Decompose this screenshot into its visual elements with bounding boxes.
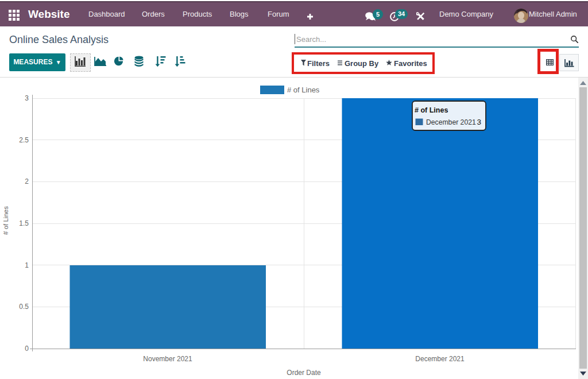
svg-text:1: 1 (25, 261, 29, 269)
svg-text:3: 3 (477, 118, 482, 126)
svg-text:1.5: 1.5 (19, 219, 29, 227)
svg-text:# of Lines: # of Lines (287, 86, 320, 94)
svg-text:November 2021: November 2021 (143, 355, 192, 363)
svg-text:December 2021: December 2021 (415, 355, 465, 363)
svg-text:3: 3 (25, 94, 29, 102)
svg-text:December 2021: December 2021 (426, 118, 476, 126)
svg-text:Order Date: Order Date (287, 369, 321, 377)
svg-text:2.5: 2.5 (19, 136, 29, 144)
svg-text:# of Lines: # of Lines (2, 206, 9, 235)
svg-text:0.5: 0.5 (19, 303, 29, 311)
svg-text:2: 2 (25, 177, 29, 185)
svg-text:# of Lines: # of Lines (415, 106, 448, 114)
svg-text:0: 0 (25, 345, 29, 353)
